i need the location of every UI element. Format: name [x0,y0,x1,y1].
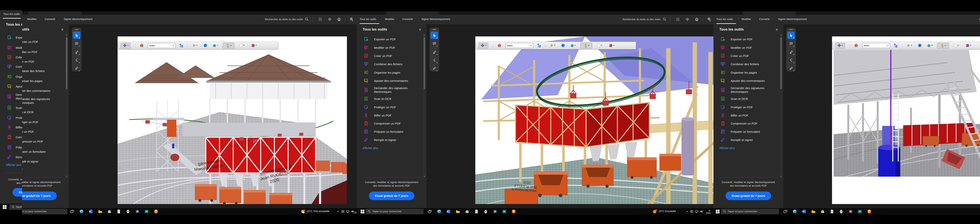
tool-list-item[interactable]: Créer un PDF [22,57,66,65]
tool-list-item[interactable]: Compresser un PDF [713,119,780,127]
model-views-cube-button[interactable] [925,43,934,48]
notepad-icon[interactable] [116,209,121,214]
scroll-down-icon[interactable] [780,175,782,177]
3d-model-canvas-interior[interactable] [834,50,980,176]
tool-list-item[interactable]: Protéger un PDF [713,103,780,111]
task-view-icon[interactable] [427,209,433,214]
tool-list-item[interactable]: Préparer un formulaire [22,148,66,156]
search-tools-label[interactable]: Rechercher du texte ou des outils [966,18,980,21]
search-tools-label[interactable]: Rechercher du texte ou des outils [252,18,303,21]
microsoft-store-icon[interactable] [465,209,469,214]
tool-list-item[interactable]: Créer un PDF [713,52,780,60]
tool-list-item[interactable]: Ajouter des commentaires [22,87,66,95]
display-icon[interactable] [345,209,350,214]
tool-list-item[interactable]: Exporter un PDF [713,35,780,43]
extra-lighting-button[interactable] [937,43,949,49]
tool-list-item[interactable]: Remplir et signer [22,157,66,165]
menu-item-modifier[interactable]: Modifier [27,17,37,21]
show-more-link[interactable]: Afficher plus [6,163,22,167]
save-icon[interactable] [318,17,323,22]
video-editor-icon[interactable] [502,209,507,214]
tray-expand-icon[interactable] [336,209,340,214]
ink-signature-icon-button[interactable] [431,64,438,72]
tool-list-item[interactable]: Protéger un PDF [357,103,423,111]
print-icon[interactable] [695,17,699,22]
background-color-button[interactable] [951,43,961,48]
background-color-button[interactable] [237,43,246,48]
document-tab[interactable] [743,11,796,15]
scroll-up-icon[interactable] [66,35,68,36]
lasso-tool-icon-button[interactable] [431,56,438,64]
screen-share-icon[interactable] [689,209,694,214]
search-icon[interactable] [662,17,667,22]
views-dropdown[interactable]: Vues [148,43,176,48]
tool-list-item[interactable]: Combiner des fichiers [0,62,22,71]
toolbar-drag-handle[interactable] [433,29,436,30]
tool-list-item[interactable]: Modifier un PDF [713,43,780,52]
media-player-icon[interactable] [135,209,140,214]
background-color-button[interactable] [595,43,604,48]
add-comment-icon-button[interactable] [788,40,795,47]
menu-item-convertir[interactable]: Convertir [759,17,770,21]
tool-list-item[interactable]: Préparer un formulaire [357,127,423,136]
tool-list-item[interactable]: Organiser les pages [713,68,780,76]
model-tree-button[interactable] [178,43,185,48]
home-view-button[interactable] [496,43,503,48]
lasso-tool-icon-button[interactable] [788,56,795,64]
document-tab[interactable] [386,11,439,15]
tool-list-item[interactable]: Compresser un PDF [0,133,22,141]
extra-lighting-button[interactable] [581,43,592,49]
toolbar-drag-handle[interactable] [75,29,79,30]
scroll-up-icon[interactable] [423,35,425,36]
word-icon[interactable]: W [88,209,93,214]
weather-text[interactable]: 23°C Ensoleillé [659,210,676,213]
tool-list-item[interactable]: Scan et OCR [713,95,780,103]
select-arrow-icon-button[interactable] [431,32,438,39]
menu-item-tous-les-outils[interactable]: Tous les outils [360,17,376,21]
printer-device-icon[interactable] [839,209,844,214]
tool-list-item[interactable]: Exporter un PDF [357,35,423,43]
word-icon[interactable]: W [446,209,451,214]
tool-list-item[interactable]: Organiser les pages [22,77,66,85]
file-explorer-icon[interactable] [98,209,103,214]
select-arrow-icon-button[interactable] [73,32,80,39]
tool-list-item[interactable]: Préparer un formulaire [713,127,780,136]
taskbar-search-input[interactable]: Taper ici pour rechercher [10,205,22,210]
cross-section-button[interactable] [607,43,616,48]
print-icon[interactable] [337,17,341,22]
select-arrow-icon-button[interactable] [788,32,795,39]
menu-item-modifier[interactable]: Modifier [385,17,395,21]
microsoft-store-icon[interactable] [820,209,825,214]
notepad-icon[interactable] [474,209,479,214]
tool-list-item[interactable]: Créer un PDF [357,52,423,60]
tool-list-item[interactable]: Remplir et signer [0,153,22,162]
tool-list-item[interactable]: Remplir et signer [357,136,423,144]
ink-signature-icon-button[interactable] [788,64,795,72]
model-views-cube-button[interactable] [211,43,220,48]
highlighter-icon-button[interactable] [788,48,795,56]
tool-list-item[interactable]: Demander des signatures électroniques [22,97,66,105]
printer-device-icon[interactable] [126,209,130,214]
views-dropdown[interactable]: Vues [506,43,533,48]
speaker-icon[interactable] [699,209,704,214]
extra-lighting-button[interactable] [223,43,234,49]
taskbar-search-input[interactable]: Taper ici pour rechercher [721,209,779,214]
signature-add-icon[interactable] [350,17,354,22]
tool-list-item[interactable]: Scan et OCR [22,108,66,116]
task-view-icon[interactable] [70,209,75,214]
tool-list-item[interactable]: Préparer un formulaire [0,143,22,152]
tool-list-item[interactable]: Compresser un PDF [357,119,423,127]
tool-list-item[interactable]: Exporter un PDF [0,33,22,42]
menu-item-convertir[interactable]: Convertir [45,17,56,21]
search-icon[interactable] [305,17,309,22]
screen-share-icon[interactable] [340,209,345,214]
tool-list-item[interactable]: Organiser les pages [357,68,423,76]
tool-list-item[interactable]: Modifier un PDF [357,43,423,52]
views-dropdown[interactable]: Vues [862,43,890,48]
tool-list-item[interactable]: Demander des signatures électroniques [713,86,780,94]
scroll-down-icon[interactable] [423,175,425,177]
cross-section-button[interactable] [249,43,258,48]
3d-model-canvas-overview[interactable]: gare minière Marcillac-Vallon www.ferrob… [118,37,347,204]
home-view-button[interactable] [853,43,859,48]
panel-close-icon[interactable]: × [418,28,422,32]
